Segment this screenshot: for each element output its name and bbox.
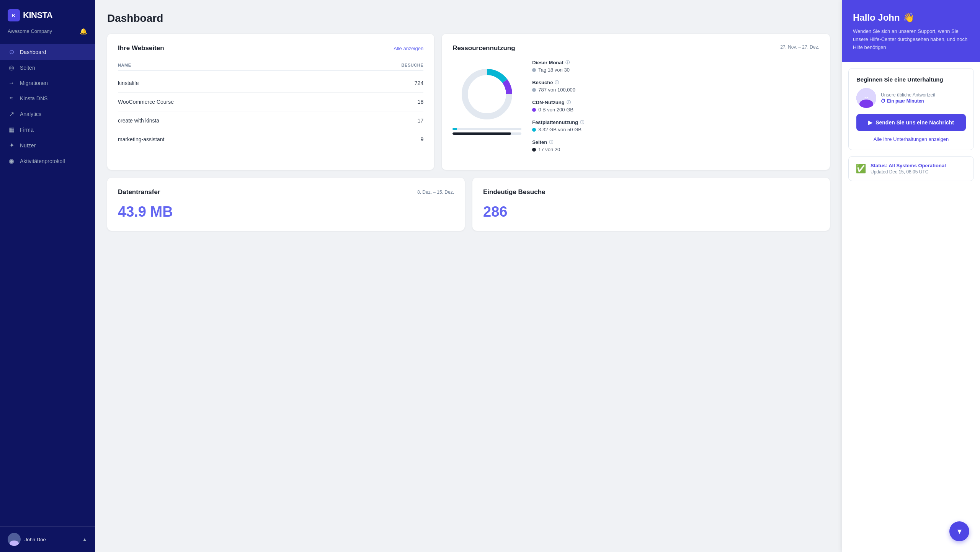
send-message-button[interactable]: ▶ Senden Sie uns eine Nachricht xyxy=(856,114,966,131)
stat-value: 0 B von 200 GB xyxy=(532,107,819,113)
stat-value: Tag 18 von 30 xyxy=(532,67,819,73)
stat-dot xyxy=(532,88,536,92)
sidebar-footer: John Doe ▲ xyxy=(0,526,95,552)
chat-section: Beginnen Sie eine Unterhaltung Unsere üb… xyxy=(848,68,974,150)
stat-label: Dieser Monat ⓘ xyxy=(532,60,819,65)
user-name: John Doe xyxy=(24,537,46,542)
besuche-title: Eindeutige Besuche xyxy=(483,188,545,196)
chevron-up-icon[interactable]: ▲ xyxy=(82,536,87,542)
kinsta-dns-label: Kinsta DNS xyxy=(20,95,47,101)
stat-label: Festplattennutzung ⓘ xyxy=(532,119,819,125)
analytics-icon: ↗ xyxy=(8,110,15,118)
site-visits: 724 xyxy=(415,80,423,86)
site-name: kinstalife xyxy=(118,80,139,86)
svg-point-0 xyxy=(11,535,17,541)
stat-value: 17 von 20 xyxy=(532,147,819,152)
site-visits: 18 xyxy=(418,99,424,105)
status-updated: Updated Dec 15, 08:05 UTC xyxy=(871,169,946,175)
dashboard-icon: ⊙ xyxy=(8,48,15,56)
webseiten-title: Ihre Webseiten xyxy=(118,44,164,52)
aktivitaetsprotokoll-icon: ◉ xyxy=(8,157,15,165)
datentransfer-date-range: 8. Dez. – 15. Dez. xyxy=(417,189,454,195)
greeting-text: Hallo John xyxy=(853,12,900,23)
ressourcen-body: Dieser Monat ⓘ Tag 18 von 30 Besuche ⓘ 7… xyxy=(452,60,819,159)
fab-button[interactable]: ▾ xyxy=(949,521,969,541)
sidebar-company: Awesome Company 🔔 xyxy=(0,26,95,41)
logo-text: KINSTA xyxy=(23,10,52,20)
info-icon[interactable]: ⓘ xyxy=(580,119,584,125)
datentransfer-header: Datentransfer 8. Dez. – 15. Dez. xyxy=(118,188,454,196)
info-icon[interactable]: ⓘ xyxy=(549,139,553,145)
sidebar-item-firma[interactable]: ▦Firma xyxy=(0,122,95,137)
page-title: Dashboard xyxy=(107,12,830,24)
aktivitaetsprotokoll-label: Aktivitätenprotokoll xyxy=(20,158,65,164)
sidebar-item-analytics[interactable]: ↗Analytics xyxy=(0,106,95,122)
stat-dot xyxy=(532,68,536,72)
user-info: John Doe xyxy=(8,533,46,546)
datentransfer-title: Datentransfer xyxy=(118,188,160,196)
status-check-icon: ✅ xyxy=(856,164,866,174)
top-cards-row: Ihre Webseiten Alle anzeigen NAME BESUCH… xyxy=(107,34,830,170)
migrationen-label: Migrationen xyxy=(20,80,48,86)
kinsta-icon: K xyxy=(8,9,20,21)
webseiten-card: Ihre Webseiten Alle anzeigen NAME BESUCH… xyxy=(107,34,434,170)
sidebar-logo: K KINSTA xyxy=(0,0,95,26)
sidebar-item-migrationen[interactable]: →Migrationen xyxy=(0,75,95,91)
agent-time: ⏱ Ein paar Minuten xyxy=(881,98,966,104)
nutzer-label: Nutzer xyxy=(20,142,36,149)
fab-icon: ▾ xyxy=(957,526,962,536)
bell-icon[interactable]: 🔔 xyxy=(80,28,87,35)
sidebar-item-aktivitaetsprotokoll[interactable]: ◉Aktivitätenprotokoll xyxy=(0,153,95,169)
sites-table: kinstalife724WooCommerce Course18create … xyxy=(118,74,423,149)
datentransfer-value: 43.9 MB xyxy=(118,204,454,220)
stat-festplatte: Festplattennutzung ⓘ 3.32 GB von 50 GB xyxy=(532,119,819,132)
site-name: WooCommerce Course xyxy=(118,99,174,105)
col-visits-label: BESUCHE xyxy=(402,63,424,67)
sidebar-item-dashboard[interactable]: ⊙Dashboard xyxy=(0,44,95,60)
stat-dot xyxy=(532,128,536,132)
firma-icon: ▦ xyxy=(8,126,15,133)
donut-svg xyxy=(456,64,518,125)
side-panel: Hallo John 👋 Wenden Sie sich an unseren … xyxy=(842,0,980,552)
analytics-label: Analytics xyxy=(20,111,41,117)
table-row: marketing-assistant9 xyxy=(118,130,423,149)
info-icon[interactable]: ⓘ xyxy=(565,60,570,65)
send-icon: ▶ xyxy=(868,119,872,126)
sidebar-item-seiten[interactable]: ◎Seiten xyxy=(0,60,95,75)
sidebar-nav: ⊙Dashboard◎Seiten→Migrationen≈Kinsta DNS… xyxy=(0,41,95,526)
stat-label: Seiten ⓘ xyxy=(532,139,819,145)
site-visits: 17 xyxy=(418,118,424,124)
stat-seiten: Seiten ⓘ 17 von 20 xyxy=(532,139,819,152)
alle-anzeigen-link[interactable]: Alle anzeigen xyxy=(394,46,423,51)
info-icon[interactable]: ⓘ xyxy=(567,100,571,105)
avatar xyxy=(8,533,21,546)
info-icon[interactable]: ⓘ xyxy=(555,80,559,85)
chat-agent: Unsere übliche Antwortzeit ⏱ Ein paar Mi… xyxy=(856,88,966,108)
stat-cdn: CDN-Nutzung ⓘ 0 B von 200 GB xyxy=(532,100,819,113)
besuche-card: Eindeutige Besuche 286 xyxy=(472,178,830,231)
sidebar-item-nutzer[interactable]: ✦Nutzer xyxy=(0,137,95,153)
stat-dot xyxy=(532,148,536,152)
seiten-icon: ◎ xyxy=(8,64,15,71)
all-conversations-link[interactable]: Alle Ihre Unterhaltungen anzeigen xyxy=(856,136,966,142)
table-row: create with kinsta17 xyxy=(118,111,423,130)
status-info: Status: All Systems Operational Updated … xyxy=(871,163,946,175)
stat-label: CDN-Nutzung ⓘ xyxy=(532,100,819,105)
ressourcen-card: Ressourcennutzung 27. Nov. – 27. Dez. xyxy=(442,34,830,170)
sidebar-item-kinsta-dns[interactable]: ≈Kinsta DNS xyxy=(0,91,95,106)
stat-monat: Dieser Monat ⓘ Tag 18 von 30 xyxy=(532,60,819,73)
site-name: marketing-assistant xyxy=(118,136,164,142)
agent-avatar xyxy=(856,88,876,108)
stat-besuche: Besuche ⓘ 787 von 100,000 xyxy=(532,80,819,93)
status-text: Status: All Systems Operational xyxy=(871,163,946,168)
company-name: Awesome Company xyxy=(8,28,52,34)
table-row: kinstalife724 xyxy=(118,74,423,93)
ressourcen-header: Ressourcennutzung 27. Nov. – 27. Dez. xyxy=(452,44,819,52)
stat-label: Besuche ⓘ xyxy=(532,80,819,85)
table-row: WooCommerce Course18 xyxy=(118,93,423,111)
besuche-header: Eindeutige Besuche xyxy=(483,188,819,196)
migrationen-icon: → xyxy=(8,80,15,87)
datentransfer-card: Datentransfer 8. Dez. – 15. Dez. 43.9 MB xyxy=(107,178,465,231)
stat-value: 3.32 GB von 50 GB xyxy=(532,127,819,132)
besuche-value: 286 xyxy=(483,204,819,220)
